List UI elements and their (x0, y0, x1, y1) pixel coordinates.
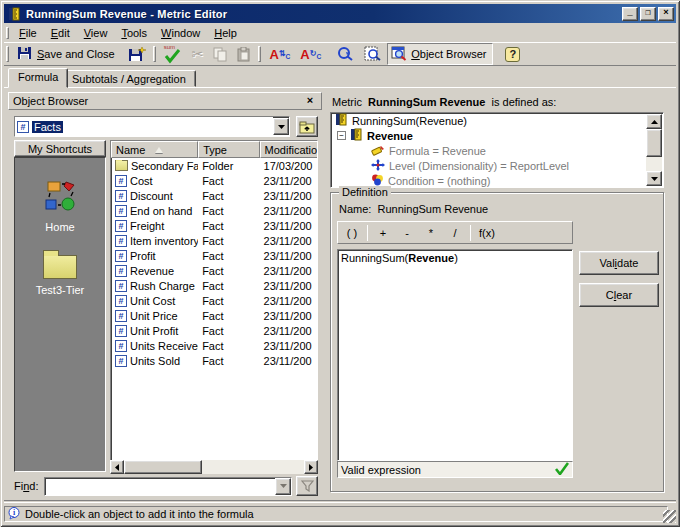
fact-modified-date: 23/11/200 (260, 280, 317, 292)
divide-button[interactable]: / (443, 223, 467, 242)
definition-group: Definition Name: RunningSum Revenue ( ) … (330, 192, 664, 492)
facts-row[interactable]: #Revenue Fact 23/11/200 (111, 263, 317, 278)
filter-funnel-icon[interactable] (296, 476, 318, 496)
close-button[interactable]: × (658, 7, 674, 21)
fact-name: Unit Profit (130, 325, 178, 337)
facts-row[interactable]: #Unit Cost Fact 23/11/200 (111, 293, 317, 308)
resize-grip[interactable] (663, 510, 676, 523)
find-dropdown-arrow[interactable] (275, 478, 291, 495)
tree-root-node[interactable]: RunningSum(Revenue) (331, 113, 663, 128)
my-shortcuts-header[interactable]: My Shortcuts (14, 140, 106, 157)
preview-magnifier-icon-button[interactable] (360, 43, 385, 65)
up-one-level-button[interactable] (296, 116, 318, 137)
metric-defined-as-line: Metric RunningSum Revenue is defined as: (332, 96, 556, 108)
validate-button[interactable]: Validate (579, 251, 659, 275)
menu-gripper[interactable] (6, 27, 9, 40)
menu-edit[interactable]: Edit (44, 25, 77, 41)
facts-row[interactable]: #Units Received Fact 23/11/200 (111, 338, 317, 353)
tree-formula-property[interactable]: Formula = Revenue (331, 143, 663, 158)
fact-modified-date: 23/11/200 (260, 265, 317, 277)
facts-row[interactable]: #Profit Fact 23/11/200 (111, 248, 317, 263)
save-as-button[interactable] (124, 43, 150, 65)
menu-file[interactable]: File (12, 25, 44, 41)
row-type-icon: # (115, 205, 127, 217)
facts-row[interactable]: #End on hand Fact 23/11/200 (111, 203, 317, 218)
menu-window[interactable]: Window (154, 25, 207, 41)
tree-level-property[interactable]: Level (Dimensionality) = ReportLevel (331, 158, 663, 173)
minus-button[interactable]: - (395, 223, 419, 242)
column-header-type[interactable]: Type (198, 141, 259, 158)
scroll-up-icon[interactable] (646, 114, 662, 129)
object-browser-panel: Object Browser × # Facts My Shortcuts (8, 92, 322, 498)
facts-row[interactable]: #Unit Price Fact 23/11/200 (111, 308, 317, 323)
toolbar-gripper[interactable] (6, 46, 9, 61)
scroll-left-icon[interactable] (110, 460, 124, 474)
combo-dropdown-arrow[interactable] (273, 118, 289, 135)
find-input[interactable] (44, 477, 292, 496)
folder-combobox[interactable]: # Facts (14, 116, 290, 137)
fact-name: Revenue (130, 265, 174, 277)
fact-type: Fact (198, 265, 259, 277)
clear-button[interactable]: Clear (579, 283, 659, 307)
toolbar-gripper-2[interactable] (153, 46, 156, 61)
function-button[interactable]: f(x) (474, 223, 500, 242)
help-icon-button[interactable]: ? (501, 43, 524, 65)
facts-row[interactable]: #Cost Fact 23/11/200 (111, 173, 317, 188)
facts-list-header: Name Type Modificatio (111, 141, 317, 158)
tree-scrollbar-thumb[interactable] (646, 129, 662, 157)
zoom-arrow-icon-button[interactable] (333, 43, 358, 65)
fact-type: Fact (198, 175, 259, 187)
fact-modified-date: 23/11/200 (260, 175, 317, 187)
menu-tools[interactable]: Tools (114, 25, 154, 41)
parentheses-button[interactable]: ( ) (340, 223, 364, 242)
column-header-modification[interactable]: Modificatio (260, 141, 317, 158)
save-and-close-label: Save and Close (37, 48, 115, 60)
validate-metric-button[interactable]: sum (160, 43, 186, 65)
cut-icon-button[interactable]: ✂ (188, 43, 208, 65)
panel-close-icon[interactable]: × (303, 94, 317, 108)
menu-view[interactable]: View (77, 25, 115, 41)
fact-type: Fact (198, 310, 259, 322)
fact-modified-date: 23/11/200 (260, 310, 317, 322)
plus-button[interactable]: + (371, 223, 395, 242)
minimize-button[interactable]: _ (622, 7, 638, 21)
facts-horizontal-scrollbar[interactable] (110, 460, 318, 474)
tab-formula[interactable]: Formula (8, 68, 68, 88)
red-a-arrow-icon-button-2[interactable]: A↻C (296, 43, 325, 65)
tree-revenue-node[interactable]: − Revenue (331, 128, 663, 143)
copy-icon-button[interactable] (209, 43, 231, 65)
status-bar: i Double-click an object to add it into … (4, 505, 676, 523)
tree-vertical-scrollbar[interactable] (646, 114, 662, 186)
red-a-arrow-icon-button-1[interactable]: A⇅C (265, 43, 294, 65)
fact-type: Fact (198, 205, 259, 217)
toolbar-gripper-3[interactable] (258, 46, 261, 61)
menu-help[interactable]: Help (207, 25, 244, 41)
scroll-down-icon[interactable] (646, 171, 662, 186)
multiply-button[interactable]: * (419, 223, 443, 242)
metric-app-icon (6, 6, 22, 22)
scrollbar-thumb[interactable] (124, 460, 202, 474)
shortcut-test3-tier[interactable]: Test3-Tier (36, 255, 85, 296)
facts-row[interactable]: #Discount Fact 23/11/200 (111, 188, 317, 203)
facts-row[interactable]: #Unit Profit Fact 23/11/200 (111, 323, 317, 338)
title-bar[interactable]: RunningSum Revenue - Metric Editor _ ❐ × (4, 4, 676, 23)
maximize-button[interactable]: ❐ (640, 7, 656, 21)
collapse-icon[interactable]: − (337, 131, 346, 140)
save-and-close-button[interactable]: Save and Close (13, 43, 122, 65)
object-browser-toggle-button[interactable]: Object Browser (387, 43, 493, 65)
scroll-right-icon[interactable] (304, 460, 318, 474)
facts-row[interactable]: #Units Sold Fact 23/11/200 (111, 353, 317, 368)
facts-row[interactable]: #Freight Fact 23/11/200 (111, 218, 317, 233)
fact-name: Item inventory (130, 235, 198, 247)
shortcut-home[interactable]: Home (42, 180, 78, 233)
tab-subtotals-aggregation[interactable]: Subtotals / Aggregation (62, 70, 196, 87)
row-type-icon: # (115, 355, 127, 367)
column-header-name[interactable]: Name (111, 141, 198, 158)
fact-name: End on hand (130, 205, 192, 217)
formula-editor[interactable]: RunningSum(Revenue) (337, 249, 573, 461)
facts-row[interactable]: #Item inventory Fact 23/11/200 (111, 233, 317, 248)
formula-pencil-icon (371, 144, 385, 158)
facts-row[interactable]: Secondary Facts Folder 17/03/200 (111, 158, 317, 173)
facts-row[interactable]: #Rush Charge Fact 23/11/200 (111, 278, 317, 293)
paste-icon-button[interactable] (233, 43, 255, 65)
